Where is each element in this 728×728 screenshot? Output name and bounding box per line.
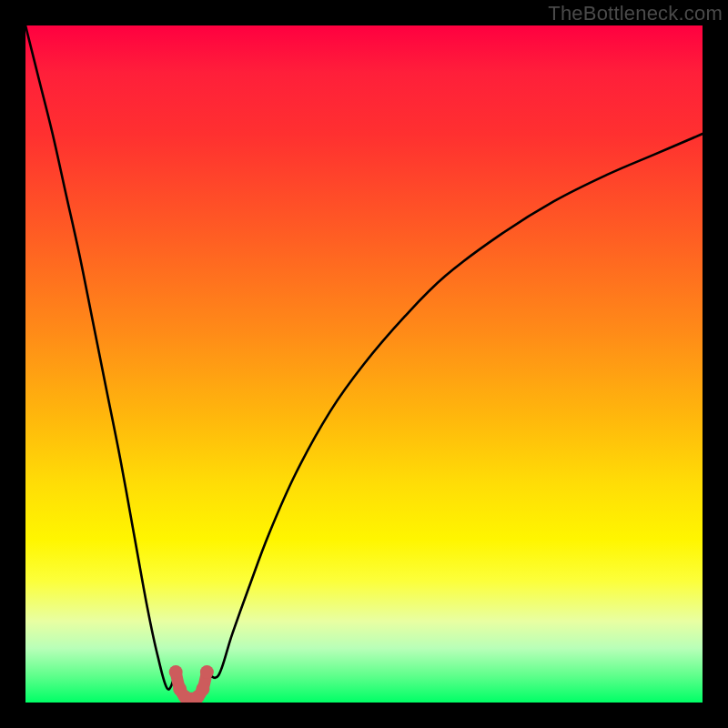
curve-right-branch <box>207 134 703 678</box>
valley-marker-dot <box>200 665 214 679</box>
curve-group <box>25 25 703 703</box>
chart-svg <box>25 25 703 703</box>
curve-left-branch <box>25 25 176 690</box>
plot-area <box>25 25 703 703</box>
outer-frame: TheBottleneck.com <box>0 0 728 728</box>
valley-marker-dot <box>169 665 183 679</box>
valley-marker-dot <box>196 682 209 696</box>
valley-marker-dots <box>169 665 214 703</box>
watermark-text: TheBottleneck.com <box>548 2 723 25</box>
